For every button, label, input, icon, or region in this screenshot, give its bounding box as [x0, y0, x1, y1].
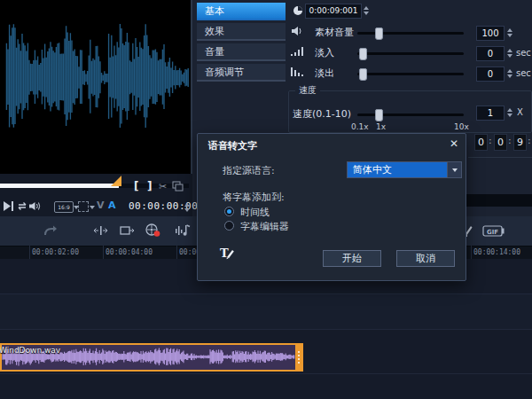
source-language-label: 指定源语言: — [223, 164, 275, 177]
fade-in-slider-thumb[interactable] — [359, 48, 367, 60]
fade-out-slider[interactable] — [357, 73, 464, 75]
close-icon[interactable]: ✕ — [450, 137, 458, 150]
speed-slider[interactable] — [357, 113, 464, 116]
fade-out-unit: sec — [516, 68, 531, 78]
loop-icon[interactable] — [17, 201, 29, 211]
speed-mark-min: 0.1x — [351, 122, 369, 131]
fade-out-icon — [290, 66, 304, 77]
speed-label: 速度(0.1-10) — [293, 107, 351, 121]
radio-subtitle-editor-label: 字幕编辑器 — [240, 220, 289, 233]
chevron-down-icon[interactable] — [447, 162, 461, 177]
playhead-timecode: 00:00:00:000 — [129, 200, 204, 212]
mark-in-button[interactable]: [ — [134, 180, 138, 192]
system-volume-icon[interactable] — [29, 201, 41, 211]
ruler-label: 00:00:04:00 — [106, 248, 153, 256]
clip-trim-handle[interactable] — [295, 345, 301, 370]
selection-dropdown-arrow-icon[interactable] — [90, 206, 95, 209]
video-toggle[interactable]: V — [97, 200, 105, 211]
clip-volume-label: 素材音量 — [315, 26, 354, 39]
record-capture-icon[interactable] — [145, 223, 160, 237]
track-row — [0, 294, 532, 329]
redo-icon[interactable] — [43, 224, 58, 237]
duration-colon: : — [508, 135, 512, 146]
tab-effects[interactable]: 效果 — [197, 23, 286, 41]
fade-out-slider-thumb[interactable] — [359, 68, 367, 81]
speed-mark-1x: 1x — [376, 122, 386, 131]
overlay-frame-icon[interactable] — [120, 225, 135, 236]
play-to-end-icon[interactable] — [4, 201, 14, 211]
tab-audio-adjust[interactable]: 音频调节 — [197, 64, 286, 82]
ruler-label: 00:00:02:00 — [32, 248, 79, 256]
preview-monitor — [0, 0, 191, 174]
dialog-title: 语音转文字 — [208, 139, 257, 153]
fade-in-icon — [290, 46, 304, 57]
fade-in-unit: sec — [516, 48, 531, 58]
start-button[interactable]: 开始 — [323, 250, 381, 267]
fit-timeline-icon[interactable] — [93, 225, 108, 236]
panel-divider — [468, 157, 532, 158]
audio-toggle[interactable]: A — [108, 200, 116, 211]
radio-subtitle-editor[interactable] — [224, 221, 234, 231]
split-view-icon[interactable] — [172, 181, 184, 192]
preview-waveform — [0, 0, 191, 174]
clip-volume-slider[interactable] — [357, 32, 464, 35]
fade-in-value[interactable]: 0 — [476, 46, 505, 61]
fade-out-label: 淡出 — [315, 66, 334, 80]
ruler-label: 00:00:14:00 — [473, 248, 520, 256]
speaker-icon — [291, 26, 303, 36]
audio-clip[interactable]: WindDown.wav — [0, 343, 303, 372]
speech-to-text-dialog: 语音转文字 ✕ 指定源语言: 简体中文 将字幕添加到: 时间线 字幕编辑器 T … — [197, 133, 466, 281]
speed-unit: X — [517, 107, 523, 117]
timecode-stepper[interactable] — [183, 200, 191, 214]
scrub-marker[interactable] — [111, 176, 121, 186]
sound-mixer-icon[interactable] — [175, 224, 191, 237]
speed-mark-max: 10x — [454, 122, 469, 131]
cancel-button[interactable]: 取消 — [396, 250, 455, 267]
source-language-select[interactable]: 简体中文 — [347, 161, 462, 178]
clock-icon — [293, 5, 303, 16]
scrub-bar-fill — [0, 184, 119, 188]
aspect-ratio-selector[interactable]: 16:9 — [54, 201, 74, 213]
duration-colon: : — [489, 135, 492, 146]
clip-volume-value[interactable]: 100 — [476, 26, 505, 41]
fade-out-value[interactable]: 0 — [476, 66, 505, 82]
duration-stepper[interactable] — [362, 4, 370, 17]
panel-dark-band — [466, 194, 532, 207]
speed-value[interactable]: 1 — [476, 106, 505, 121]
duration-digit-hours[interactable]: 0 — [474, 134, 488, 151]
source-language-value: 简体中文 — [348, 162, 447, 177]
duration-digit-minutes[interactable]: 0 — [494, 134, 507, 151]
selection-tool-icon[interactable] — [78, 201, 89, 212]
clip-duration-field[interactable]: 0:00:09:001 — [305, 4, 362, 19]
radio-timeline[interactable] — [224, 207, 234, 216]
add-subtitles-to-label: 将字幕添加到: — [223, 191, 285, 204]
speed-group-title: 速度 — [295, 84, 320, 97]
fade-out-stepper[interactable] — [505, 66, 513, 80]
tab-basic[interactable]: 基本 — [197, 3, 286, 20]
scissors-icon[interactable]: ✂ — [159, 181, 167, 192]
gif-export-icon[interactable]: GIF — [482, 224, 505, 238]
mark-out-button[interactable]: ] — [147, 180, 152, 192]
clip-volume-stepper[interactable] — [505, 26, 513, 39]
app-window: 基本 效果 音量 音频调节 0:00:09:001 素材音量 100 淡入 0 … — [0, 0, 532, 399]
clip-volume-slider-thumb[interactable] — [375, 27, 383, 40]
duration-colon: : — [528, 135, 531, 146]
fade-in-stepper[interactable] — [505, 46, 513, 59]
clip-name: WindDown.wav — [0, 346, 60, 355]
text-options-icon[interactable]: T — [219, 246, 235, 260]
speed-slider-thumb[interactable] — [375, 109, 383, 121]
fade-in-label: 淡入 — [315, 46, 334, 59]
speed-stepper[interactable] — [505, 106, 513, 119]
duration-digit-seconds[interactable]: 9 — [513, 134, 527, 151]
radio-timeline-label: 时间线 — [240, 206, 270, 219]
gif-label: GIF — [487, 229, 498, 236]
tab-volume[interactable]: 音量 — [197, 43, 286, 61]
fade-in-slider[interactable] — [357, 52, 464, 55]
